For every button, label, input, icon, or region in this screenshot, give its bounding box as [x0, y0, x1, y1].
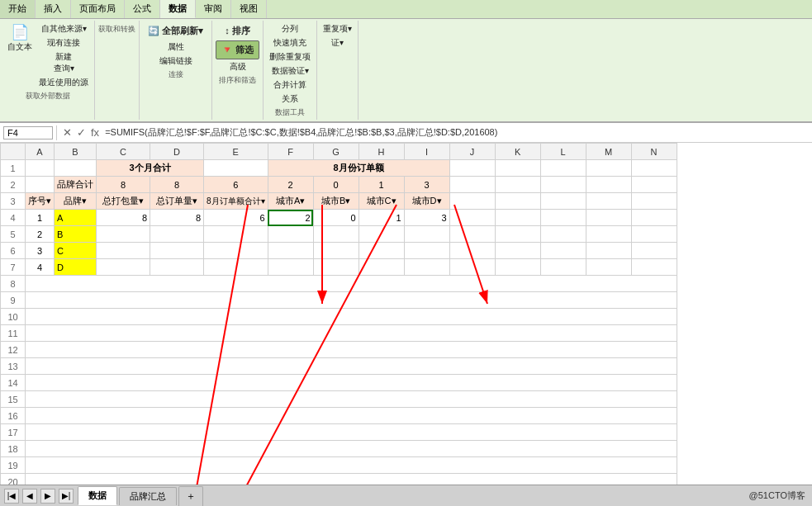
cell-D6[interactable] [150, 243, 204, 259]
cell-L6[interactable] [540, 243, 586, 259]
cell-K5[interactable] [495, 226, 540, 243]
btn-verify[interactable]: 证▾ [321, 36, 354, 50]
cell-B3[interactable]: 品牌▾ [55, 193, 97, 210]
sheet-tab-data[interactable]: 数据 [78, 486, 117, 505]
cell-J2[interactable] [449, 177, 495, 193]
nav-first-sheet[interactable]: |◀ [4, 489, 19, 504]
col-C[interactable]: C [97, 144, 150, 160]
col-E[interactable]: E [204, 144, 268, 160]
cell-A5[interactable]: 2 [26, 226, 55, 243]
cell-L7[interactable] [540, 259, 586, 276]
cell-B6[interactable]: C [55, 243, 97, 259]
cell-B1[interactable] [55, 160, 97, 177]
cell-N5[interactable] [631, 226, 677, 243]
cell-C7[interactable] [97, 259, 150, 276]
cell-J4[interactable] [449, 210, 495, 226]
cell-F3[interactable]: 城市A▾ [268, 193, 313, 210]
cell-C3[interactable]: 总打包量▾ [97, 193, 150, 210]
tab-layout[interactable]: 页面布局 [71, 0, 125, 18]
col-A[interactable]: A [26, 144, 55, 160]
tab-view[interactable]: 视图 [231, 0, 267, 18]
sheet-tab-brand-summary[interactable]: 品牌汇总 [119, 487, 177, 505]
cell-E5[interactable] [204, 226, 268, 243]
cell-K3[interactable] [495, 193, 540, 210]
cell-G7[interactable] [313, 259, 359, 276]
cell-L2[interactable] [540, 177, 586, 193]
col-D[interactable]: D [150, 144, 204, 160]
cell-M3[interactable] [586, 193, 631, 210]
cell-B4[interactable]: A [55, 210, 97, 226]
btn-sort[interactable]: ↕ 排序 [216, 22, 259, 40]
cell-H6[interactable] [359, 243, 404, 259]
btn-repeat[interactable]: 重复项▾ [321, 22, 354, 35]
btn-recent-sources[interactable]: 最近使用的源 [36, 76, 91, 89]
cell-A4[interactable]: 1 [26, 210, 55, 226]
cell-G2[interactable]: 0 [313, 177, 359, 193]
cell-G6[interactable] [313, 243, 359, 259]
cell-I4[interactable]: 3 [404, 210, 449, 226]
cell-F2[interactable]: 2 [268, 177, 313, 193]
tab-data[interactable]: 数据 [160, 0, 196, 18]
cell-A6[interactable]: 3 [26, 243, 55, 259]
col-H[interactable]: H [359, 144, 404, 160]
cell-K6[interactable] [495, 243, 540, 259]
cell-K2[interactable] [495, 177, 540, 193]
cell-N6[interactable] [631, 243, 677, 259]
btn-relation[interactable]: 关系 [267, 92, 313, 106]
cell-M7[interactable] [586, 259, 631, 276]
cell-K7[interactable] [495, 259, 540, 276]
col-J[interactable]: J [449, 144, 495, 160]
col-N[interactable]: N [631, 144, 677, 160]
cell-J1[interactable] [449, 160, 495, 177]
cell-M4[interactable] [586, 210, 631, 226]
cancel-formula-btn[interactable]: ✕ [60, 126, 74, 139]
col-L[interactable]: L [540, 144, 586, 160]
cell-K1[interactable] [495, 160, 540, 177]
cell-L5[interactable] [540, 226, 586, 243]
cell-G3[interactable]: 城市B▾ [313, 193, 359, 210]
insert-function-btn[interactable]: fx [88, 126, 102, 139]
btn-refresh-all[interactable]: 🔄 全部刷新▾ [143, 22, 208, 40]
cell-J5[interactable] [449, 226, 495, 243]
btn-remove-dup[interactable]: 删除重复项 [267, 50, 313, 64]
cell-A7[interactable]: 4 [26, 259, 55, 276]
cell-N2[interactable] [631, 177, 677, 193]
cell-L1[interactable] [540, 160, 586, 177]
btn-quick-fill[interactable]: 快速填充 [267, 36, 313, 50]
btn-new-query[interactable]: 新建查询▾ [36, 50, 91, 75]
nav-last-sheet[interactable]: ▶| [59, 489, 74, 504]
cell-I6[interactable] [404, 243, 449, 259]
cell-B5[interactable]: B [55, 226, 97, 243]
cell-L3[interactable] [540, 193, 586, 210]
cell-C5[interactable] [97, 226, 150, 243]
cell-D4[interactable]: 8 [150, 210, 204, 226]
cell-M6[interactable] [586, 243, 631, 259]
cell-F6[interactable] [268, 243, 313, 259]
cell-D3[interactable]: 总订单量▾ [150, 193, 204, 210]
cell-K4[interactable] [495, 210, 540, 226]
nav-prev-sheet[interactable]: ◀ [22, 489, 37, 504]
cell-D5[interactable] [150, 226, 204, 243]
tab-home[interactable]: 开始 [0, 0, 36, 18]
cell-E6[interactable] [204, 243, 268, 259]
col-F[interactable]: F [268, 144, 313, 160]
cell-C1-group[interactable]: 3个月合计 [97, 160, 204, 177]
cell-E7[interactable] [204, 259, 268, 276]
cell-A3[interactable]: 序号▾ [26, 193, 55, 210]
cell-M2[interactable] [586, 177, 631, 193]
col-B[interactable]: B [55, 144, 97, 160]
btn-validation[interactable]: 数据验证▾ [267, 64, 313, 78]
cell-C4[interactable]: 8 [97, 210, 150, 226]
col-G[interactable]: G [313, 144, 359, 160]
confirm-formula-btn[interactable]: ✓ [74, 126, 88, 139]
cell-F1-group[interactable]: 8月份订单额 [268, 160, 449, 177]
cell-H3[interactable]: 城市C▾ [359, 193, 404, 210]
cell-H4[interactable]: 1 [359, 210, 404, 226]
cell-N7[interactable] [631, 259, 677, 276]
btn-consolidate[interactable]: 合并计算 [267, 78, 313, 92]
cell-F4[interactable]: 2 [268, 210, 313, 226]
btn-existing-connections[interactable]: 现有连接 [36, 36, 91, 50]
btn-properties[interactable]: 属性 [143, 40, 208, 54]
cell-D7[interactable] [150, 259, 204, 276]
cell-I3[interactable]: 城市D▾ [404, 193, 449, 210]
